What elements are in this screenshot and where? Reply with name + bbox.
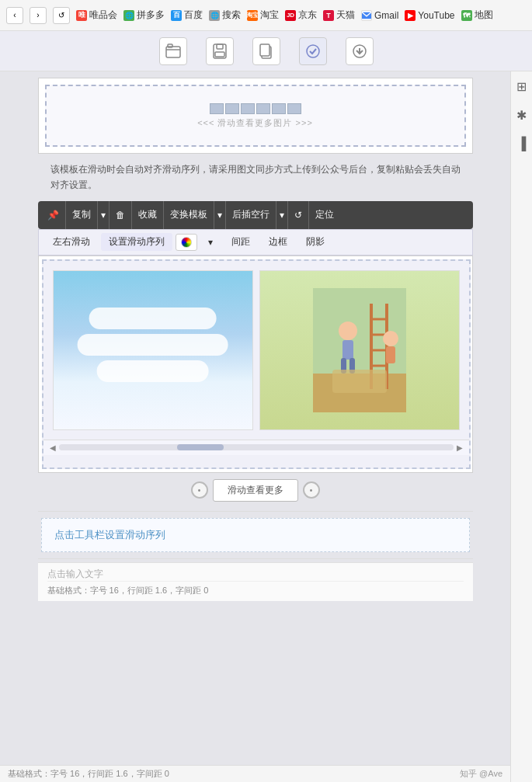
toolbar-check-btn[interactable] (299, 37, 327, 65)
scroll-track (59, 444, 454, 450)
nav-refresh[interactable]: ↺ (53, 7, 70, 24)
favicon-tianmao: T (323, 10, 334, 21)
toolbar-open-btn[interactable] (159, 37, 187, 65)
bookmark-taobao[interactable]: 淘宝 淘宝 (247, 9, 279, 22)
copy-label: 复制 (72, 208, 91, 221)
format-bar: 基础格式：字号 16，行间距 1.6，字间距 0 (47, 581, 464, 596)
slide-images-row (43, 261, 469, 440)
favicon-search: 🌐 (209, 10, 220, 21)
scroll-more-row: • 滑动查看更多 • (38, 473, 473, 508)
after-space-btn[interactable]: 后插空行 (226, 201, 276, 229)
scroll-thumb (177, 444, 224, 450)
input-placeholder[interactable]: 点击输入文字 (47, 568, 464, 581)
svg-point-8 (307, 45, 319, 57)
bookmark-weipinhui[interactable]: 唯 唯品会 (76, 9, 117, 22)
copy-btn[interactable]: 复制 (66, 201, 98, 229)
strip-block-5 (272, 103, 286, 114)
scroll-left-arrow[interactable]: ◀ (50, 443, 56, 452)
svg-rect-4 (217, 44, 223, 49)
main-content: ⊞ ✱ ▐ <<< 滑动查看更多图片 >>> 该模板在滑动时会自动对齐滑动序列，… (0, 71, 532, 782)
position-label: 定位 (315, 208, 334, 221)
strip-block-6 (287, 103, 301, 114)
toolbar-save-btn[interactable] (206, 37, 234, 65)
cloud-shape (73, 308, 232, 382)
bookmark-baidu[interactable]: 百 百度 (171, 9, 203, 22)
slide-toolbar: 左右滑动 设置滑动序列 ▾ 间距 边框 阴影 (38, 229, 473, 255)
left-right-btn[interactable]: 左右滑动 (45, 233, 98, 251)
svg-rect-7 (260, 44, 269, 56)
svg-rect-25 (332, 370, 387, 393)
panel-separator (38, 511, 473, 512)
copy-arrow[interactable]: ▾ (98, 201, 110, 229)
favicon-jd: JD (285, 10, 296, 21)
slide-placeholder[interactable]: 点击工具栏设置滑动序列 (41, 518, 470, 552)
bookmark-tianmao[interactable]: T 天猫 (323, 9, 355, 22)
svg-point-13 (339, 321, 357, 340)
svg-rect-1 (166, 47, 180, 57)
star-icon[interactable]: ✱ (516, 108, 527, 123)
slide-image-area: ◀ ▶ (42, 259, 471, 469)
shadow-btn[interactable]: 阴影 (298, 233, 332, 251)
content-wrapper: <<< 滑动查看更多图片 >>> 该模板在滑动时会自动对齐滑动序列，请采用图文同… (0, 71, 510, 782)
bookmark-gmail[interactable]: Gmail (361, 10, 398, 21)
border-btn[interactable]: 边框 (261, 233, 295, 251)
rotate-icon: ↺ (294, 210, 302, 221)
svg-rect-2 (168, 44, 172, 47)
scroll-more-btn[interactable]: 滑动查看更多 (213, 479, 298, 502)
svg-point-23 (383, 331, 398, 346)
top-image-panel: <<< 滑动查看更多图片 >>> (38, 78, 473, 154)
favicon-gmail (361, 10, 372, 21)
description-text: 该模板在滑动时会自动对齐滑动序列，请采用图文同步方式上传到公众号后台，复制粘贴会… (38, 154, 473, 201)
bookmark-map[interactable]: 🗺 地图 (461, 9, 493, 22)
position-btn[interactable]: 定位 (309, 201, 340, 229)
svg-rect-14 (342, 340, 353, 360)
delete-btn[interactable]: 🗑 (110, 201, 132, 229)
playground-svg (313, 288, 406, 412)
spacing-btn[interactable]: 间距 (224, 233, 258, 251)
image-strip-blocks (210, 103, 301, 114)
pin-icon: 📌 (47, 210, 59, 221)
nav-back[interactable]: ‹ (6, 7, 23, 24)
svg-rect-24 (386, 346, 395, 363)
watermark: 知乎 @Ave (460, 768, 502, 780)
transform-label: 变换模板 (170, 208, 207, 221)
slide-image-panel: ◀ ▶ (38, 255, 473, 473)
pin-btn[interactable]: 📌 (41, 201, 66, 229)
toolbar-copy-btn[interactable] (252, 37, 280, 65)
favicon-map: 🗺 (461, 10, 472, 21)
favicon-taobao: 淘宝 (247, 10, 258, 21)
bookmark-youtube[interactable]: ▶ YouTube (405, 10, 454, 21)
after-space-label: 后插空行 (232, 208, 269, 221)
svg-rect-5 (215, 52, 224, 57)
cloud-background (54, 271, 252, 429)
bookmark-pinduoduo[interactable]: 🌐 拼多多 (123, 9, 165, 22)
chart-icon[interactable]: ▐ (517, 137, 526, 151)
strip-block-3 (241, 103, 255, 114)
collect-btn[interactable]: 收藏 (132, 201, 164, 229)
playground-background (260, 271, 459, 429)
nav-forward[interactable]: › (30, 7, 47, 24)
transform-arrow[interactable]: ▾ (214, 201, 226, 229)
slide-arrow-btn[interactable]: ▾ (200, 235, 221, 250)
after-space-arrow[interactable]: ▾ (276, 201, 288, 229)
strip-block-1 (210, 103, 224, 114)
image-strip-section: <<< 滑动查看更多图片 >>> (45, 85, 466, 147)
strip-block-2 (225, 103, 239, 114)
bookmark-search[interactable]: 🌐 搜索 (209, 9, 241, 22)
slide-scrollbar[interactable]: ◀ ▶ (43, 440, 469, 455)
bottom-input-section: 点击输入文字 基础格式：字号 16，行间距 1.6，字间距 0 (38, 562, 473, 601)
grid-icon[interactable]: ⊞ (516, 79, 527, 94)
browser-toolbar: ‹ › ↺ 唯 唯品会 🌐 拼多多 百 百度 🌐 搜索 淘宝 淘宝 JD 京东 … (0, 0, 532, 31)
rotate-btn[interactable]: ↺ (288, 201, 309, 229)
bookmark-jd[interactable]: JD 京东 (285, 9, 317, 22)
dot-right: • (303, 481, 320, 499)
transform-btn[interactable]: 变换模板 (164, 201, 214, 229)
toolbar-down-btn[interactable] (346, 37, 374, 65)
strip-block-4 (256, 103, 270, 114)
scroll-right-arrow[interactable]: ▶ (457, 443, 463, 452)
set-slide-btn[interactable]: 设置滑动序列 (101, 233, 172, 251)
color-circle (181, 237, 192, 248)
color-picker-btn[interactable] (176, 234, 197, 251)
format-status: 基础格式：字号 16，行间距 1.6，字间距 0 (8, 768, 169, 780)
editor-icon-toolbar (0, 31, 532, 71)
